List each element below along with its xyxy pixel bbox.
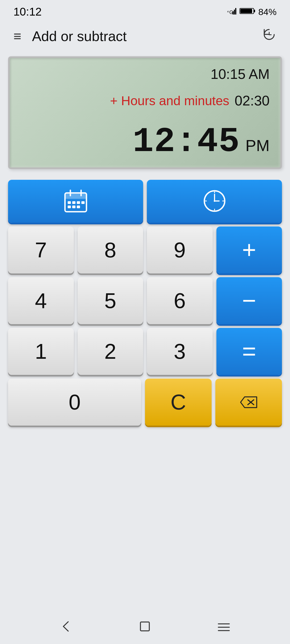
status-bar: 10:12 ⁴ G 84% xyxy=(0,0,290,21)
key-minus[interactable]: − xyxy=(216,277,282,324)
key-3[interactable]: 3 xyxy=(147,328,213,375)
display-start-time: 10:15 AM xyxy=(211,66,270,82)
svg-rect-11 xyxy=(65,193,86,199)
key-4[interactable]: 4 xyxy=(8,277,74,324)
key-equals[interactable]: = xyxy=(216,328,282,375)
app-title: Add or subtract xyxy=(32,28,262,44)
svg-point-24 xyxy=(214,200,215,202)
svg-text:⁴: ⁴ xyxy=(227,10,229,14)
top-buttons-row xyxy=(8,180,282,223)
key-2[interactable]: 2 xyxy=(78,328,143,375)
svg-rect-4 xyxy=(235,8,236,14)
nav-menu-button[interactable] xyxy=(212,616,235,640)
key-backspace[interactable] xyxy=(215,379,282,426)
svg-rect-16 xyxy=(77,201,80,204)
app-bar: ≡ Add or subtract xyxy=(0,21,290,51)
display-screen: 10:15 AM + Hours and minutes 02:30 12:45… xyxy=(8,56,282,169)
display-operation-row: + Hours and minutes 02:30 xyxy=(20,93,270,109)
svg-rect-15 xyxy=(72,201,75,204)
history-icon[interactable] xyxy=(262,27,277,45)
bottom-row: 0 C xyxy=(8,379,282,426)
display-result-row: 12:45 PM xyxy=(20,125,270,159)
key-clear[interactable]: C xyxy=(145,379,212,426)
svg-text:G: G xyxy=(229,10,233,15)
number-grid: 7 8 9 + 4 5 6 − 1 2 3 = xyxy=(8,226,282,375)
backspace-icon xyxy=(239,396,258,409)
display-top-row: 10:15 AM xyxy=(20,66,270,82)
svg-rect-2 xyxy=(233,11,234,14)
key-8[interactable]: 8 xyxy=(78,226,143,273)
keypad: 7 8 9 + 4 5 6 − 1 2 3 = 0 C xyxy=(8,180,282,606)
status-time: 10:12 xyxy=(13,5,42,18)
svg-rect-20 xyxy=(77,206,80,208)
svg-rect-6 xyxy=(254,10,255,12)
key-6[interactable]: 6 xyxy=(147,277,213,324)
clock-button[interactable] xyxy=(147,180,282,223)
key-1[interactable]: 1 xyxy=(8,328,74,375)
svg-rect-7 xyxy=(240,9,252,13)
display-result-ampm: PM xyxy=(245,136,270,155)
menu-icon[interactable]: ≡ xyxy=(13,30,21,43)
key-7[interactable]: 7 xyxy=(8,226,74,273)
display-operation-label: + Hours and minutes xyxy=(110,93,229,108)
status-icons: ⁴ G 84% xyxy=(227,6,277,18)
display-result-time: 12:45 xyxy=(133,125,240,159)
svg-rect-31 xyxy=(140,622,149,631)
svg-rect-18 xyxy=(68,206,71,208)
battery-percentage: 84% xyxy=(258,7,277,17)
svg-rect-17 xyxy=(81,201,85,204)
calendar-button[interactable] xyxy=(8,180,143,223)
nav-back-button[interactable] xyxy=(55,615,78,641)
nav-home-button[interactable] xyxy=(133,615,156,641)
key-0[interactable]: 0 xyxy=(8,379,141,426)
key-9[interactable]: 9 xyxy=(147,226,213,273)
calendar-icon xyxy=(64,189,88,214)
svg-rect-19 xyxy=(72,206,75,208)
clock-icon xyxy=(202,189,227,214)
signal-icon: ⁴ G xyxy=(227,6,237,18)
key-plus[interactable]: + xyxy=(216,226,282,273)
display-duration: 02:30 xyxy=(235,93,270,109)
key-5[interactable]: 5 xyxy=(78,277,143,324)
svg-rect-3 xyxy=(234,10,235,14)
svg-rect-14 xyxy=(68,201,71,204)
battery-icon xyxy=(240,7,256,17)
nav-bar xyxy=(0,612,290,644)
